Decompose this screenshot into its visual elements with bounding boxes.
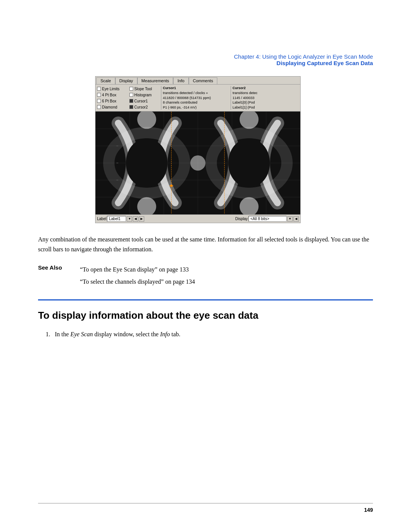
eye-display: [96, 112, 300, 214]
tool-eye-limits-label: Eye Limits: [102, 87, 119, 91]
step-italic-eyescan: Eye Scan: [70, 331, 93, 337]
cursor2-line4: Label1[1] (Pod: [233, 105, 299, 110]
chapter-title: Chapter 4: Using the Logic Analyzer in E…: [234, 53, 373, 60]
tab-info[interactable]: Info: [173, 77, 188, 84]
scroll-left-btn[interactable]: ◀: [133, 216, 138, 222]
step-text-middle: display window, select the: [93, 331, 160, 337]
cursor1-line1: transitions detected / clocks =: [163, 91, 229, 96]
checkbox-histogram[interactable]: [129, 93, 133, 97]
step-text-before: In the: [55, 331, 70, 337]
svg-point-13: [126, 139, 168, 188]
tool-slope[interactable]: Slope Tool: [129, 86, 158, 91]
checkbox-eye-limits[interactable]: [97, 87, 101, 91]
section-heading: To display information about the eye sca…: [38, 310, 373, 321]
tab-bar: Scale Display Measurements Info Comments: [96, 77, 300, 85]
checkbox-cursor2[interactable]: [129, 105, 133, 109]
tool-histogram[interactable]: Histogram: [129, 92, 158, 97]
body-text: Any combination of the measurement tools…: [38, 235, 373, 254]
svg-point-22: [170, 185, 172, 187]
bottom-rule: [38, 503, 373, 503]
tool-cursor1-label: Cursor1: [134, 99, 148, 103]
see-also-link-2[interactable]: “To select the channels displayed” on pa…: [80, 276, 195, 288]
tab-measurements[interactable]: Measurements: [137, 77, 174, 84]
svg-point-19: [190, 155, 206, 171]
cursor1-title: Cursor1: [163, 86, 229, 90]
tool-4pt-label: 4 Pt Box: [102, 93, 116, 97]
tool-diamond[interactable]: Diamond: [97, 104, 126, 110]
cursor2-title: Cursor2: [233, 86, 299, 90]
measurements-panel: Eye Limits Slope Tool 4 Pt Box Hist: [96, 85, 300, 112]
cursor2-line1: transitions detec: [233, 91, 299, 96]
header-area: Chapter 4: Using the Logic Analyzer in E…: [234, 53, 373, 66]
label-prefix: Label: [97, 217, 106, 221]
tool-4pt-box[interactable]: 4 Pt Box: [97, 92, 126, 97]
label-value[interactable]: Label1: [107, 216, 126, 222]
cursor1-line3: 8 channels contributed: [163, 100, 229, 105]
see-also-section: See Also “To open the Eye Scan display” …: [38, 264, 373, 288]
display-scroll-btn[interactable]: ▼: [287, 216, 293, 222]
checkbox-slope[interactable]: [129, 87, 133, 91]
page: Chapter 4: Using the Logic Analyzer in E…: [0, 0, 411, 532]
scroll-right-btn[interactable]: ▶: [139, 216, 144, 222]
tool-6pt-box[interactable]: 6 Pt Box: [97, 98, 126, 104]
step-1: 1. In the Eye Scan display window, selec…: [46, 329, 373, 339]
eye-canvas: [96, 112, 300, 214]
scroll-down-btn[interactable]: ▼: [127, 216, 132, 222]
cursor-section: Cursor1 transitions detected / clocks = …: [161, 86, 299, 110]
cursor1-line4: P1 (-960 ps, -314 mV): [163, 105, 229, 110]
display-value[interactable]: <All 8 bits>: [249, 216, 287, 222]
eye-scan-ui: Scale Display Measurements Info Comments…: [95, 76, 301, 223]
cursor2-col: Cursor2 transitions detec 1145 / 400033 …: [231, 86, 299, 110]
bottom-bar: Label Label1 ▼ ◀ ▶ Display <All 8 bits> …: [96, 214, 300, 223]
figure-container: Scale Display Measurements Info Comments…: [95, 76, 373, 223]
svg-point-14: [228, 139, 270, 188]
checkbox-diamond[interactable]: [97, 105, 101, 109]
tool-eye-limits[interactable]: Eye Limits: [97, 86, 126, 91]
tool-slope-label: Slope Tool: [134, 87, 152, 91]
tool-6pt-label: 6 Pt Box: [102, 99, 116, 103]
checkbox-6pt[interactable]: [97, 99, 101, 103]
tool-cursor2[interactable]: Cursor2: [129, 104, 158, 110]
page-number: 149: [364, 507, 373, 513]
tool-cursor2-label: Cursor2: [134, 105, 148, 109]
section-title: Displaying Captured Eye Scan Data: [234, 60, 373, 66]
measure-tools: Eye Limits Slope Tool 4 Pt Box Hist: [97, 86, 158, 110]
see-also-label: See Also: [38, 264, 72, 288]
see-also-links: “To open the Eye Scan display” on page 1…: [80, 264, 195, 288]
tab-display[interactable]: Display: [115, 77, 137, 84]
blue-rule: [38, 299, 373, 300]
cursor2-line3: Label1[0] (Pod: [233, 100, 299, 105]
step-number: 1.: [46, 331, 53, 337]
bottom-bar-left: Label Label1 ▼ ◀ ▶: [97, 216, 144, 222]
cursor2-line2: 1145 / 400033: [233, 96, 299, 101]
tab-comments[interactable]: Comments: [189, 77, 217, 84]
tool-diamond-label: Diamond: [102, 105, 117, 109]
tab-scale[interactable]: Scale: [96, 77, 115, 84]
step-text-after: tab.: [170, 331, 180, 337]
checkbox-4pt[interactable]: [97, 93, 101, 97]
step-italic-info: Info: [160, 331, 170, 337]
tool-cursor1[interactable]: Cursor1: [129, 98, 158, 104]
cursor1-line2: 411820 / 800068 (514731 ppm): [163, 96, 229, 101]
see-also-link-1[interactable]: “To open the Eye Scan display” on page 1…: [80, 264, 195, 276]
cursor1-col: Cursor1 transitions detected / clocks = …: [161, 86, 229, 110]
display-prefix: Display: [235, 217, 248, 221]
bottom-bar-right: Display <All 8 bits> ▼ ◀: [235, 216, 299, 222]
display-nav-btn[interactable]: ◀: [293, 216, 299, 222]
tool-histogram-label: Histogram: [134, 93, 152, 97]
checkbox-cursor1[interactable]: [129, 99, 133, 103]
content-area: Scale Display Measurements Info Comments…: [38, 76, 373, 339]
